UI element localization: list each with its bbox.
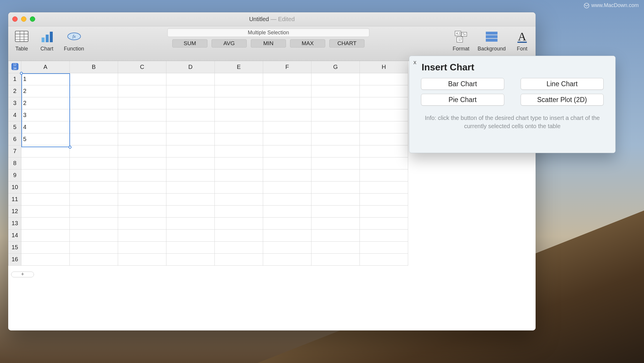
chart-button[interactable]: CHART: [329, 39, 364, 48]
cell-C3[interactable]: [118, 97, 166, 109]
column-header-G[interactable]: G: [311, 61, 360, 73]
cell-D15[interactable]: [166, 241, 215, 253]
cell-C1[interactable]: [118, 73, 166, 85]
min-button[interactable]: MIN: [251, 39, 286, 48]
cell-D11[interactable]: [166, 193, 215, 205]
cell-F6[interactable]: [263, 133, 311, 145]
cell-H1[interactable]: [360, 73, 408, 85]
cell-D10[interactable]: [166, 181, 215, 193]
row-header-13[interactable]: 13: [8, 217, 21, 229]
cell-A4[interactable]: 3: [21, 109, 70, 121]
cell-A9[interactable]: [21, 169, 70, 181]
cell-E11[interactable]: [215, 193, 263, 205]
cell-C16[interactable]: [118, 253, 166, 265]
cell-B13[interactable]: [70, 217, 118, 229]
cell-H9[interactable]: [360, 169, 408, 181]
row-header-16[interactable]: 16: [8, 253, 21, 265]
close-window-button[interactable]: [12, 16, 18, 22]
cell-E6[interactable]: [215, 133, 263, 145]
cell-B4[interactable]: [70, 109, 118, 121]
cell-B1[interactable]: [70, 73, 118, 85]
row-header-3[interactable]: 3: [8, 97, 21, 109]
cell-D16[interactable]: [166, 253, 215, 265]
cell-H12[interactable]: [360, 205, 408, 217]
cell-H13[interactable]: [360, 217, 408, 229]
cell-D14[interactable]: [166, 229, 215, 241]
column-header-F[interactable]: F: [263, 61, 311, 73]
cell-F5[interactable]: [263, 121, 311, 133]
row-header-10[interactable]: 10: [8, 181, 21, 193]
cell-A3[interactable]: 2: [21, 97, 70, 109]
cell-H7[interactable]: [360, 145, 408, 157]
cell-G10[interactable]: [311, 181, 360, 193]
cell-C13[interactable]: [118, 217, 166, 229]
cell-D5[interactable]: [166, 121, 215, 133]
cell-G11[interactable]: [311, 193, 360, 205]
cell-F16[interactable]: [263, 253, 311, 265]
cell-H16[interactable]: [360, 253, 408, 265]
cell-H15[interactable]: [360, 241, 408, 253]
cell-E10[interactable]: [215, 181, 263, 193]
row-header-15[interactable]: 15: [8, 241, 21, 253]
cell-E15[interactable]: [215, 241, 263, 253]
cell-B16[interactable]: [70, 253, 118, 265]
cell-B5[interactable]: [70, 121, 118, 133]
cell-A7[interactable]: [21, 145, 70, 157]
cell-B11[interactable]: [70, 193, 118, 205]
cell-B9[interactable]: [70, 169, 118, 181]
cell-G12[interactable]: [311, 205, 360, 217]
column-header-C[interactable]: C: [118, 61, 166, 73]
cell-G4[interactable]: [311, 109, 360, 121]
cell-G9[interactable]: [311, 169, 360, 181]
cell-A8[interactable]: [21, 157, 70, 169]
cell-A10[interactable]: [21, 181, 70, 193]
cell-E16[interactable]: [215, 253, 263, 265]
cell-E3[interactable]: [215, 97, 263, 109]
cell-F13[interactable]: [263, 217, 311, 229]
column-header-D[interactable]: D: [166, 61, 215, 73]
cell-C8[interactable]: [118, 157, 166, 169]
cell-G2[interactable]: [311, 85, 360, 97]
cell-E5[interactable]: [215, 121, 263, 133]
row-header-6[interactable]: 6: [8, 133, 21, 145]
cell-A13[interactable]: [21, 217, 70, 229]
bar-chart-button[interactable]: Bar Chart: [421, 78, 504, 90]
cell-F1[interactable]: [263, 73, 311, 85]
cell-G3[interactable]: [311, 97, 360, 109]
cell-E13[interactable]: [215, 217, 263, 229]
cell-B7[interactable]: [70, 145, 118, 157]
pie-chart-button[interactable]: Pie Chart: [421, 94, 504, 106]
cell-D8[interactable]: [166, 157, 215, 169]
cell-G1[interactable]: [311, 73, 360, 85]
row-header-2[interactable]: 2: [8, 85, 21, 97]
cell-D3[interactable]: [166, 97, 215, 109]
cell-F2[interactable]: [263, 85, 311, 97]
cell-H11[interactable]: [360, 193, 408, 205]
toolbar-format[interactable]: 4.2Tx17 Format: [453, 29, 469, 52]
cell-D1[interactable]: [166, 73, 215, 85]
cell-C14[interactable]: [118, 229, 166, 241]
cell-C9[interactable]: [118, 169, 166, 181]
cell-C5[interactable]: [118, 121, 166, 133]
toolbar-chart[interactable]: Chart: [39, 29, 55, 52]
cell-C2[interactable]: [118, 85, 166, 97]
cell-G16[interactable]: [311, 253, 360, 265]
cell-C6[interactable]: [118, 133, 166, 145]
add-sheet-button[interactable]: +: [11, 272, 34, 277]
scatter-plot-button[interactable]: Scatter Plot (2D): [521, 94, 604, 106]
cell-A16[interactable]: [21, 253, 70, 265]
row-header-5[interactable]: 5: [8, 121, 21, 133]
cell-F11[interactable]: [263, 193, 311, 205]
line-chart-button[interactable]: Line Chart: [521, 78, 604, 90]
cell-B10[interactable]: [70, 181, 118, 193]
cell-F12[interactable]: [263, 205, 311, 217]
cell-A12[interactable]: [21, 205, 70, 217]
column-header-H[interactable]: H: [360, 61, 408, 73]
cell-A15[interactable]: [21, 241, 70, 253]
cell-B12[interactable]: [70, 205, 118, 217]
row-header-9[interactable]: 9: [8, 169, 21, 181]
column-header-E[interactable]: E: [215, 61, 263, 73]
max-button[interactable]: MAX: [290, 39, 325, 48]
cell-F3[interactable]: [263, 97, 311, 109]
cell-G13[interactable]: [311, 217, 360, 229]
